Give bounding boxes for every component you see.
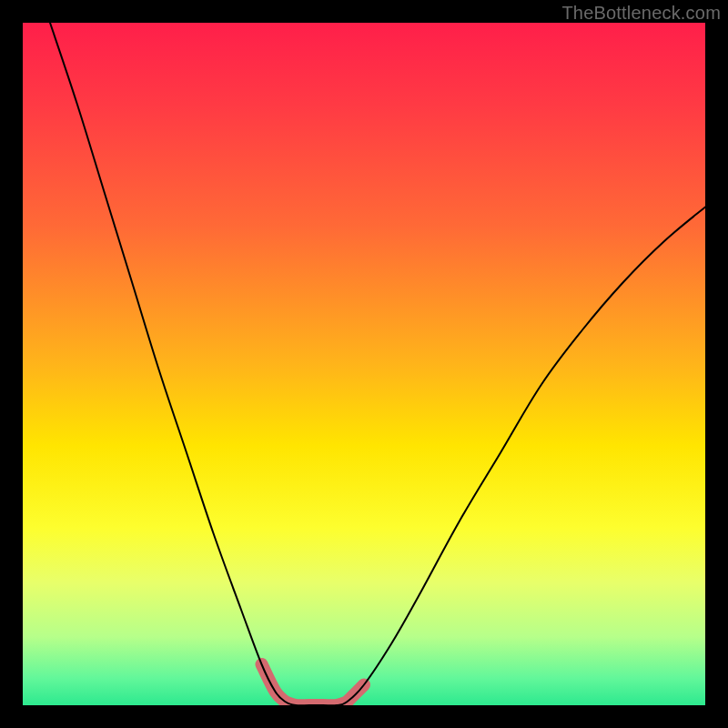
watermark-text: TheBottleneck.com bbox=[561, 3, 721, 24]
valley-highlight bbox=[262, 664, 365, 705]
plot-area bbox=[23, 23, 705, 705]
bottleneck-curve bbox=[50, 23, 705, 705]
curve-layer bbox=[23, 23, 705, 705]
chart-frame: TheBottleneck.com bbox=[0, 0, 728, 728]
